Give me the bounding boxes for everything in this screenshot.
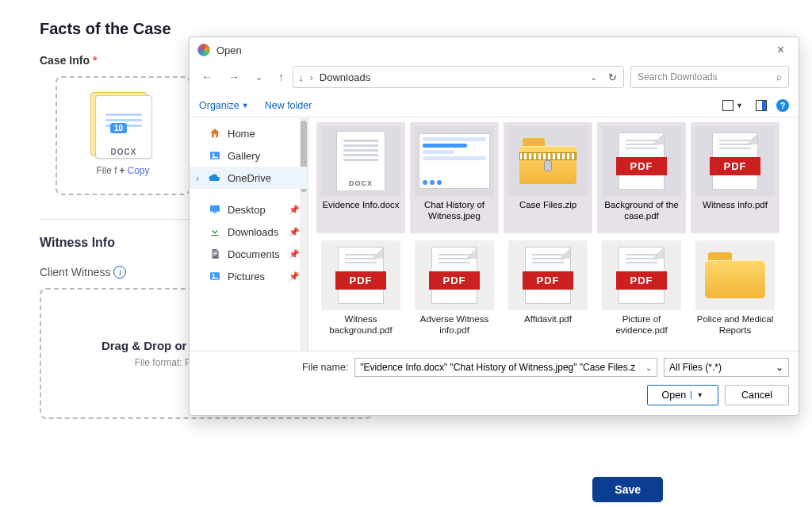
sidebar-item-downloads[interactable]: Downloads 📌: [190, 221, 308, 243]
filename-value: "Evidence Info.docx" "Chat History of Wi…: [360, 362, 635, 373]
plus-icon: +: [119, 165, 124, 176]
organize-menu[interactable]: Organize ▼: [199, 100, 249, 111]
case-info-text: Case Info: [40, 54, 90, 67]
file-item[interactable]: DOCXEvidence Info.docx: [316, 122, 405, 233]
file-name: Case Files.zip: [519, 199, 576, 210]
nav-forward-icon[interactable]: →: [226, 69, 242, 85]
pin-icon: 📌: [289, 271, 300, 282]
sidebar-item-label: Pictures: [228, 271, 265, 282]
dialog-title: Open: [216, 44, 242, 56]
sidebar-item-home[interactable]: Home: [190, 122, 308, 144]
pin-icon: 📌: [289, 249, 300, 259]
file-name: Witness background.pdf: [319, 313, 403, 336]
sidebar-item-label: Gallery: [228, 150, 260, 162]
nav-back-icon[interactable]: ←: [199, 69, 215, 85]
sidebar-item-documents[interactable]: Documents 📌: [190, 243, 308, 265]
file-item[interactable]: PDFPicture of evidence.pdf: [597, 236, 686, 348]
pdf-thumb-icon: PDF: [695, 126, 775, 196]
breadcrumb-separator: ›: [310, 71, 313, 83]
view-box-icon: [722, 100, 733, 111]
search-icon: ⌕: [776, 71, 782, 83]
file-name: Adverse Witness info.pdf: [412, 313, 496, 336]
file-caption: File f + Copy: [96, 165, 149, 176]
sidebar-item-gallery[interactable]: Gallery: [190, 144, 308, 167]
dialog-titlebar: Open ×: [190, 37, 799, 63]
sidebar: Home Gallery OneDrive Desktop 📌 Download…: [190, 117, 308, 351]
info-icon[interactable]: i: [113, 266, 126, 278]
pdf-thumb-icon: PDF: [415, 240, 494, 310]
download-icon: [209, 225, 221, 238]
file-item[interactable]: PDFAffidavit.pdf: [504, 236, 592, 348]
filename-label: File name:: [302, 362, 348, 373]
file-item[interactable]: PDFBackground of the case.pdf: [597, 122, 686, 233]
dz-prefix: Drag & Drop or: [102, 339, 190, 352]
pdf-thumb-icon: PDF: [321, 240, 400, 310]
docx-thumb-icon: DOCX: [321, 126, 400, 196]
file-f-text: File f: [96, 165, 117, 176]
close-icon[interactable]: ×: [771, 41, 791, 59]
pin-icon: 📌: [289, 227, 300, 237]
cancel-button[interactable]: Cancel: [725, 385, 789, 405]
chevron-down-icon: ⌄: [776, 362, 783, 373]
sidebar-item-desktop[interactable]: Desktop 📌: [190, 198, 308, 221]
file-item[interactable]: Chat History of Witness.jpeg: [410, 122, 499, 233]
documents-icon: [209, 248, 221, 260]
preview-pane-toggle[interactable]: [756, 100, 767, 111]
file-item[interactable]: Case Files.zip: [504, 122, 592, 233]
address-dropdown-icon[interactable]: ⌄: [587, 72, 600, 83]
file-item[interactable]: PDFAdverse Witness info.pdf: [410, 236, 499, 348]
sidebar-item-pictures[interactable]: Pictures 📌: [190, 265, 308, 287]
file-open-dialog: Open × ← → ⌄ ↑ ↓ › Downloads ⌄ ↻ Search …: [189, 36, 799, 416]
copy-link[interactable]: Copy: [128, 165, 150, 176]
chevron-down-icon: ▼: [736, 102, 743, 109]
downloads-arrow-icon: ↓: [298, 71, 304, 83]
page-title: Facts of the Case: [40, 20, 772, 38]
save-button[interactable]: Save: [592, 477, 663, 502]
file-name: Affidavit.pdf: [524, 313, 572, 325]
gallery-icon: [209, 149, 221, 162]
cloud-icon: [209, 171, 221, 184]
sidebar-item-label: Downloads: [228, 226, 278, 238]
file-item[interactable]: Police and Medical Reports: [691, 236, 779, 348]
nav-recent-icon[interactable]: ⌄: [253, 71, 265, 84]
open-button[interactable]: Open ▼: [647, 385, 719, 405]
file-item[interactable]: PDFWitness background.pdf: [316, 236, 405, 348]
search-placeholder: Search Downloads: [638, 71, 718, 83]
nav-up-icon[interactable]: ↑: [276, 69, 286, 85]
open-dropdown-icon[interactable]: ▼: [691, 391, 703, 399]
sidebar-item-label: Home: [228, 128, 255, 140]
svg-point-1: [213, 153, 215, 156]
search-input[interactable]: Search Downloads ⌕: [630, 66, 789, 88]
pictures-icon: [209, 270, 221, 282]
refresh-icon[interactable]: ↻: [607, 71, 619, 83]
svg-point-5: [213, 274, 215, 276]
chevron-down-icon[interactable]: ⌄: [645, 363, 652, 372]
pdf-thumb-icon: PDF: [508, 240, 588, 310]
sidebar-item-onedrive[interactable]: OneDrive: [190, 167, 308, 189]
new-folder-button[interactable]: New folder: [265, 100, 312, 111]
filename-input[interactable]: "Evidence Info.docx" "Chat History of Wi…: [354, 358, 657, 377]
app-icon: [197, 44, 210, 56]
file-name: Police and Medical Reports: [693, 313, 777, 336]
home-icon: [209, 127, 221, 140]
address-bar[interactable]: ↓ › Downloads ⌄ ↻: [293, 66, 624, 88]
zip-thumb-icon: [508, 126, 588, 196]
pdf-thumb-icon: PDF: [602, 126, 681, 196]
help-icon[interactable]: ?: [776, 99, 789, 112]
view-mode-toggle[interactable]: ▼: [722, 100, 743, 111]
sidebar-item-label: Documents: [228, 248, 280, 260]
pin-icon: 📌: [289, 205, 300, 215]
required-asterisk: *: [93, 54, 97, 67]
docx-count-badge: 10: [110, 123, 127, 133]
file-type-filter[interactable]: All Files (*.*) ⌄: [664, 358, 789, 377]
docx-ext-label: DOCX: [96, 148, 151, 156]
sidebar-item-label: OneDrive: [228, 172, 271, 184]
file-name: Picture of evidence.pdf: [599, 313, 684, 336]
svg-rect-2: [210, 205, 220, 212]
breadcrumb-downloads[interactable]: Downloads: [320, 71, 370, 83]
svg-rect-3: [213, 212, 216, 213]
case-info-dropzone[interactable]: 10 DOCX File f + Copy: [56, 76, 190, 195]
nav-buttons: ← → ⌄ ↑: [199, 69, 286, 85]
file-item[interactable]: PDFWitness info.pdf: [691, 122, 779, 233]
organize-label: Organize: [199, 100, 239, 111]
